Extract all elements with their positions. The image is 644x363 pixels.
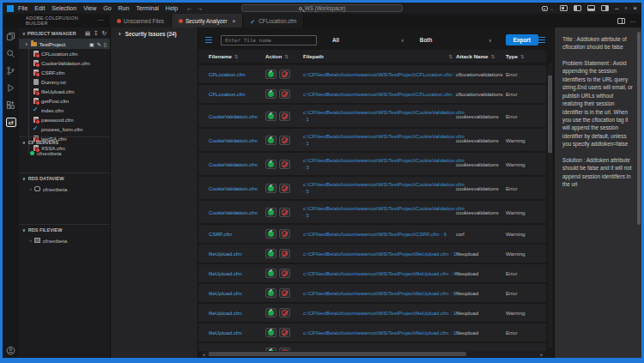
extensions-icon[interactable] [6, 100, 15, 110]
file-name-filter-input[interactable] [221, 35, 317, 45]
issue-line-link[interactable]: : 5 [303, 212, 453, 219]
rds-dataview-header[interactable]: ∨ RDS DATAVIEW [19, 173, 110, 184]
project-file-item[interactable]: fileUpload.cfm [19, 87, 110, 96]
issue-filepath-link[interactable]: c:\CFNextBeta\cfusion\wwwroot\WS\TestPro… [303, 109, 465, 115]
issue-filename-link[interactable]: fileUpload.cfm [209, 290, 265, 296]
issue-line-link[interactable]: : 5 [303, 188, 453, 195]
dismiss-issue-button[interactable] [279, 184, 290, 193]
menu-item[interactable]: Run [118, 5, 130, 11]
project-manager-header[interactable]: ∨ PROJECT MANAGER ▤ ↧ ↻ [19, 27, 110, 39]
sort-icon[interactable]: ⇅ [284, 54, 289, 59]
issue-filename-link[interactable]: CookieValidation.cfm [209, 113, 265, 119]
import-project-icon[interactable]: ↧ [94, 30, 98, 37]
workspace-search-box[interactable]: WS (Workspace) [241, 4, 403, 12]
scrollbar-thumb[interactable] [209, 352, 466, 356]
menu-item[interactable]: Go [103, 5, 111, 11]
filter-menu-icon[interactable] [205, 37, 212, 44]
scroll-left-icon[interactable]: ◂ [202, 352, 206, 357]
dismiss-issue-button[interactable] [279, 308, 290, 318]
issue-filepath-link[interactable]: c:\CFNextBeta\cfusion\wwwroot\WS\TestPro… [303, 71, 453, 77]
approve-issue-button[interactable] [265, 269, 276, 278]
tab-close-icon[interactable]: × [233, 18, 236, 24]
toggle-panel-icon[interactable] [587, 5, 595, 11]
sort-icon[interactable]: ⇅ [234, 54, 239, 59]
issue-filename-link[interactable]: fileUpload.cfm [209, 310, 265, 316]
back-arrow-icon[interactable]: ← [186, 5, 192, 11]
issue-filename-link[interactable]: CookieValidation.cfm [209, 137, 265, 143]
security-issues-header[interactable]: › Security Issues (24) [111, 27, 197, 40]
menu-item[interactable]: Selection [52, 5, 76, 11]
issue-filepath-link[interactable]: c:\CFNextBeta\cfusion\wwwroot\WS\TestPro… [303, 157, 465, 163]
column-action[interactable]: Action [265, 53, 282, 59]
project-tree-item[interactable]: ∨ TestProject ▣ ✎ ▯ [19, 39, 110, 49]
delete-project-icon[interactable]: ▯ [104, 41, 106, 47]
dismiss-issue-button[interactable] [279, 136, 290, 145]
project-file-item[interactable]: process_form.cfm [19, 124, 110, 134]
horizontal-scrollbar[interactable]: ◂ ▸ [202, 351, 544, 357]
dismiss-issue-button[interactable] [279, 89, 290, 99]
type-filter-dropdown[interactable]: Both ∨ [420, 37, 492, 43]
scroll-right-icon[interactable]: ▸ [539, 352, 544, 357]
copilot-icon[interactable] [542, 6, 548, 11]
approve-issue-button[interactable] [265, 112, 276, 121]
approve-issue-button[interactable] [265, 184, 276, 193]
issue-filename-link[interactable]: CFLocation.cfm [209, 91, 265, 97]
forward-arrow-icon[interactable]: → [197, 5, 203, 11]
issue-filepath-link[interactable]: c:\CFNextBeta\cfusion\wwwroot\WS\TestPro… [303, 91, 453, 97]
issue-filepath-link[interactable]: c:\CFNextBeta\cfusion\wwwroot\WS\TestPro… [303, 310, 449, 316]
dismiss-issue-button[interactable] [279, 160, 290, 169]
issue-filepath-link[interactable]: c:\CFNextBeta\cfusion\wwwroot\WS\TestPro… [303, 330, 449, 336]
tree-chevron-icon[interactable]: ∨ [25, 41, 28, 46]
issue-filename-link[interactable]: fileUpload.cfm [209, 330, 265, 336]
attack-filter-dropdown[interactable]: All ∨ [332, 37, 404, 43]
menu-item[interactable]: File [18, 5, 27, 11]
sidebar-more-actions-icon[interactable]: ⋯ [98, 17, 104, 24]
issue-filepath-link[interactable]: c:\CFNextBeta\cfusion\wwwroot\WS\TestPro… [303, 181, 465, 187]
approve-issue-button[interactable] [265, 70, 276, 79]
close-button[interactable]: × [633, 5, 637, 12]
issue-filepath-link[interactable]: c:\CFNextBeta\cfusion\wwwroot\WS\TestPro… [303, 133, 465, 139]
menu-item[interactable]: View [83, 5, 96, 11]
issue-filename-link[interactable]: CookieValidation.cfm [209, 185, 265, 191]
editor-tab[interactable]: Unscanned Files [110, 14, 172, 27]
approve-issue-button[interactable] [265, 308, 276, 318]
new-folder-icon[interactable]: ▣ [89, 41, 94, 47]
project-file-item[interactable]: CFLocation.cfm [19, 49, 110, 58]
approve-issue-button[interactable] [265, 288, 276, 298]
approve-issue-button[interactable] [265, 229, 276, 239]
approve-issue-button[interactable] [265, 160, 276, 169]
scrollbar-thumb[interactable] [548, 76, 552, 153]
project-file-item[interactable]: Dummy.txt [19, 77, 110, 87]
minimize-button[interactable]: – [615, 5, 618, 12]
project-file-item[interactable]: getPost.cfm [19, 96, 110, 106]
approve-issue-button[interactable] [265, 249, 276, 258]
dismiss-issue-button[interactable] [279, 229, 290, 239]
account-icon[interactable] [6, 346, 15, 355]
issue-line-link[interactable]: : 1 [303, 140, 453, 147]
cf-servers-header[interactable]: ∨ CF SERVERS [19, 137, 110, 148]
editor-more-actions-icon[interactable]: ⋯ [630, 18, 635, 24]
explorer-icon[interactable] [6, 32, 15, 41]
project-file-item[interactable]: password.cfm [19, 115, 110, 124]
copilot-chevron-icon[interactable]: ⌄ [550, 6, 554, 11]
dismiss-issue-button[interactable] [279, 70, 290, 79]
approve-issue-button[interactable] [265, 208, 276, 217]
issue-filename-link[interactable]: fileUpload.cfm [209, 251, 265, 257]
column-filename[interactable]: Filename [209, 53, 232, 59]
coldfusion-view-icon[interactable]: cf [6, 118, 16, 127]
issue-filename-link[interactable]: CookieValidation.cfm [209, 209, 265, 215]
column-attack-name[interactable]: Attack Name [456, 53, 489, 59]
issue-filename-link[interactable]: CFLocation.cfm [209, 71, 265, 77]
issue-line-link[interactable]: : 3 [303, 164, 453, 171]
column-type[interactable]: Type [506, 53, 518, 59]
issue-filename-link[interactable]: CookieValidation.cfm [209, 161, 265, 167]
dismiss-issue-button[interactable] [279, 269, 290, 278]
approve-issue-button[interactable] [265, 136, 276, 145]
refresh-projects-icon[interactable]: ↻ [102, 30, 106, 37]
rds-dataview-item[interactable]: › cfnextbeta [19, 184, 110, 194]
sort-icon[interactable]: ⇅ [448, 54, 453, 59]
issue-filepath-link[interactable]: c:\CFNextBeta\cfusion\wwwroot\WS\TestPro… [303, 231, 439, 237]
dismiss-issue-button[interactable] [279, 328, 290, 337]
issue-line-link[interactable]: : 6 [440, 231, 447, 237]
detail-scrollbar-thumb[interactable] [637, 32, 641, 225]
